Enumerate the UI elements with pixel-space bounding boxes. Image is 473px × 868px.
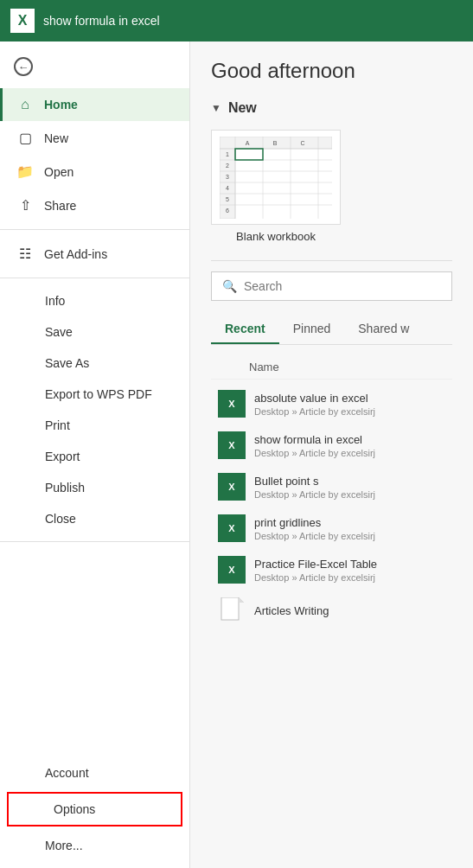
svg-text:A: A [246, 140, 250, 146]
sidebar: ← ⌂ Home ▢ New 📁 Open ⇧ Share ☷ Get Add-… [0, 41, 190, 868]
tab-shared[interactable]: Shared w [344, 315, 423, 344]
new-section-header: ▼ New [211, 100, 452, 116]
tab-pinned[interactable]: Pinned [279, 315, 345, 344]
file-item-3[interactable]: X print gridlines Desktop » Article by e… [211, 507, 452, 549]
search-box[interactable]: 🔍 [211, 271, 452, 301]
sidebar-publish-label: Publish [45, 481, 85, 495]
back-arrow-icon: ← [14, 57, 33, 76]
file-info-5: Articles Writing [254, 604, 329, 619]
file-name-1: show formula in excel [254, 433, 375, 446]
sidebar-addins-label: Get Add-ins [44, 247, 107, 261]
sidebar-item-publish[interactable]: Publish [0, 472, 189, 503]
open-icon: 📁 [16, 163, 34, 180]
search-icon: 🔍 [222, 279, 237, 293]
sidebar-item-home[interactable]: ⌂ Home [0, 88, 189, 121]
sidebar-more-label: More... [45, 839, 83, 852]
sidebar-divider-2 [0, 278, 189, 278]
file-path-0: Desktop » Article by excelsirj [254, 406, 375, 417]
blank-workbook-label: Blank workbook [236, 230, 316, 243]
file-tabs: Recent Pinned Shared w [211, 315, 452, 345]
sidebar-saveas-label: Save As [45, 356, 89, 370]
sidebar-item-addins[interactable]: ☷ Get Add-ins [0, 237, 189, 271]
file-path-3: Desktop » Article by excelsirj [254, 531, 375, 541]
excel-file-icon-1: X [218, 431, 246, 459]
addins-icon: ☷ [16, 246, 34, 262]
chevron-down-icon: ▼ [211, 102, 221, 114]
share-icon: ⇧ [16, 197, 34, 214]
sidebar-print-label: Print [45, 418, 70, 432]
sidebar-item-close[interactable]: Close [0, 503, 189, 534]
blank-workbook-svg: A B C 1 2 3 4 5 6 [220, 137, 332, 219]
sidebar-item-more[interactable]: More... [0, 830, 189, 861]
sidebar-divider-1 [0, 229, 189, 230]
sidebar-account-label: Account [45, 766, 89, 780]
sidebar-item-open[interactable]: 📁 Open [0, 155, 189, 188]
svg-text:4: 4 [226, 185, 229, 191]
home-icon: ⌂ [16, 97, 34, 112]
sidebar-item-saveas[interactable]: Save As [0, 348, 189, 379]
file-info-0: absolute value in excel Desktop » Articl… [254, 392, 375, 417]
file-name-4: Practice File-Excel Table [254, 558, 377, 571]
sidebar-share-label: Share [44, 199, 76, 213]
sidebar-item-share[interactable]: ⇧ Share [0, 188, 189, 222]
file-info-1: show formula in excel Desktop » Article … [254, 433, 375, 458]
title-bar: X show formula in excel [0, 0, 473, 41]
file-item-2[interactable]: X Bullet point s Desktop » Article by ex… [211, 466, 452, 507]
sidebar-home-label: Home [44, 98, 78, 112]
sidebar-item-info[interactable]: Info [0, 285, 189, 316]
file-item-4[interactable]: X Practice File-Excel Table Desktop » Ar… [211, 549, 452, 590]
sidebar-bottom: Account Options More... [0, 757, 189, 868]
sidebar-item-new[interactable]: ▢ New [0, 121, 189, 155]
svg-text:1: 1 [226, 151, 229, 157]
file-info-3: print gridlines Desktop » Article by exc… [254, 516, 375, 541]
file-item-1[interactable]: X show formula in excel Desktop » Articl… [211, 424, 452, 466]
sidebar-export-pdf-label: Export to WPS PDF [45, 387, 152, 401]
content-area: Good afternoon ▼ New A [190, 41, 473, 868]
svg-marker-25 [239, 597, 244, 603]
template-grid: A B C 1 2 3 4 5 6 [211, 130, 452, 243]
sidebar-item-export[interactable]: Export [0, 441, 189, 472]
sidebar-item-export-pdf[interactable]: Export to WPS PDF [0, 379, 189, 410]
sidebar-options-label: Options [54, 802, 95, 816]
search-input[interactable] [244, 279, 441, 293]
svg-rect-23 [221, 597, 239, 620]
sidebar-open-label: Open [44, 165, 74, 179]
sidebar-new-label: New [44, 131, 68, 145]
file-name-2: Bullet point s [254, 475, 375, 488]
file-list-header: Name [211, 355, 452, 380]
blank-workbook-thumbnail: A B C 1 2 3 4 5 6 [211, 130, 341, 225]
file-info-2: Bullet point s Desktop » Article by exce… [254, 475, 375, 500]
sidebar-info-label: Info [45, 294, 65, 308]
sidebar-close-label: Close [45, 512, 76, 526]
file-item-5[interactable]: Articles Writing [211, 590, 452, 632]
svg-text:2: 2 [226, 163, 229, 169]
sidebar-item-save[interactable]: Save [0, 316, 189, 348]
svg-text:5: 5 [226, 196, 229, 202]
new-icon: ▢ [16, 130, 34, 146]
svg-text:B: B [273, 140, 278, 146]
greeting-text: Good afternoon [211, 59, 452, 83]
file-info-4: Practice File-Excel Table Desktop » Arti… [254, 558, 377, 583]
sidebar-item-print[interactable]: Print [0, 410, 189, 441]
blank-workbook-card[interactable]: A B C 1 2 3 4 5 6 [211, 130, 341, 243]
tab-recent[interactable]: Recent [211, 315, 279, 344]
sidebar-item-account[interactable]: Account [0, 757, 189, 788]
file-name-0: absolute value in excel [254, 392, 375, 405]
svg-text:C: C [300, 140, 304, 146]
sidebar-divider-3 [0, 541, 189, 542]
file-item-0[interactable]: X absolute value in excel Desktop » Arti… [211, 383, 452, 424]
excel-file-icon-2: X [218, 473, 246, 501]
svg-text:3: 3 [226, 174, 229, 180]
back-button[interactable]: ← [0, 48, 189, 85]
excel-file-icon-4: X [218, 556, 246, 584]
section-divider [211, 260, 452, 261]
excel-logo-icon: X [10, 9, 35, 33]
file-path-2: Desktop » Article by excelsirj [254, 489, 375, 500]
file-name-5: Articles Writing [254, 604, 329, 617]
sidebar-export-label: Export [45, 450, 80, 463]
sidebar-item-options[interactable]: Options [7, 792, 182, 827]
excel-file-icon-3: X [218, 514, 246, 542]
file-path-4: Desktop » Article by excelsirj [254, 572, 377, 583]
doc-file-icon-5 [218, 597, 246, 625]
column-name-header: Name [249, 361, 279, 373]
